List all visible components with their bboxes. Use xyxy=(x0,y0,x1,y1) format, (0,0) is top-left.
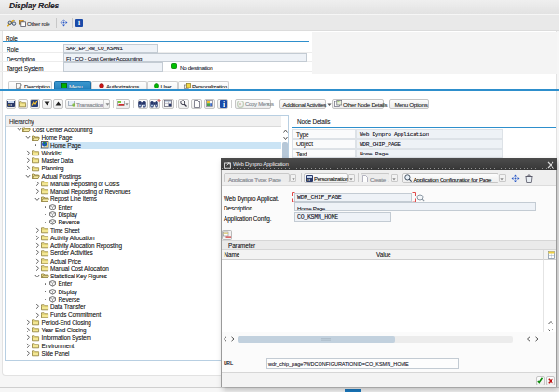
svg-text:i: i xyxy=(78,19,80,27)
